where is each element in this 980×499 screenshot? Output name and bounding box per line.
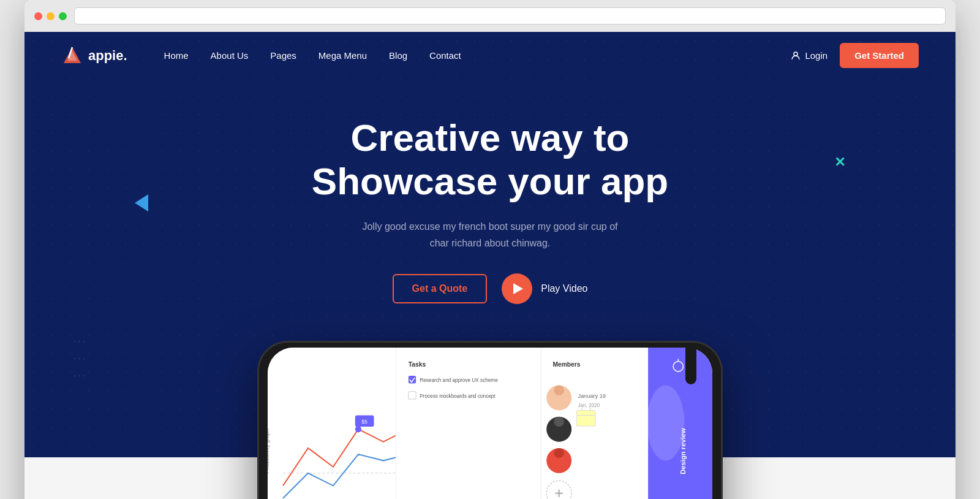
phone-vol-up-button — [257, 407, 259, 432]
login-button[interactable]: Login — [791, 50, 827, 61]
browser-dots — [34, 12, 67, 20]
svg-point-24 — [554, 417, 564, 427]
logo-text: appie. — [88, 48, 127, 64]
phone-section: Productivity graph $5 — [24, 329, 956, 499]
dot-green[interactable] — [59, 12, 67, 20]
app-screen-svg: Productivity graph $5 — [268, 348, 712, 499]
svg-text:Research and approve UX scheme: Research and approve UX scheme — [420, 378, 498, 383]
nav-contact[interactable]: Contact — [429, 50, 461, 61]
browser-window: appie. Home About Us Pages Mega Menu Blo… — [24, 0, 956, 499]
play-video-label: Play Video — [541, 283, 587, 294]
nav-blog[interactable]: Blog — [389, 50, 407, 61]
hero-title: Creative way to Showcase your app — [276, 116, 704, 204]
svg-text:$5: $5 — [362, 419, 368, 425]
get-started-button[interactable]: Get Started — [840, 43, 919, 68]
nav-mega[interactable]: Mega Menu — [318, 50, 367, 61]
svg-text:Productivity graph: Productivity graph — [268, 429, 270, 474]
navbar: appie. Home About Us Pages Mega Menu Blo… — [24, 32, 956, 79]
nav-links: Home About Us Pages Mega Menu Blog Conta… — [164, 50, 791, 61]
svg-text:Members: Members — [552, 361, 580, 368]
nav-about[interactable]: About Us — [211, 50, 249, 61]
phone-wrapper: Productivity graph $5 — [251, 341, 729, 499]
get-quote-button[interactable]: Get a Quote — [393, 274, 488, 303]
svg-rect-32 — [576, 410, 595, 426]
phone-mute-button — [257, 383, 259, 401]
hero-title-line2: Showcase your app — [312, 160, 668, 202]
svg-text:Tasks: Tasks — [409, 361, 426, 368]
svg-text:Jan, 2020: Jan, 2020 — [578, 403, 600, 408]
phone-notch — [685, 348, 696, 384]
browser-chrome — [24, 0, 956, 32]
phone-power-button — [721, 392, 723, 422]
svg-text:January 19: January 19 — [578, 393, 606, 399]
address-bar[interactable] — [74, 7, 946, 25]
logo[interactable]: appie. — [61, 45, 127, 67]
dot-red[interactable] — [34, 12, 42, 20]
play-video-button[interactable]: Play Video — [502, 273, 587, 304]
svg-rect-13 — [409, 376, 416, 383]
nav-right: Login Get Started — [791, 43, 919, 68]
svg-point-7 — [355, 426, 361, 432]
phone-outer: Productivity graph $5 — [257, 341, 723, 499]
login-label: Login — [805, 50, 827, 61]
page-content: appie. Home About Us Pages Mega Menu Blo… — [24, 32, 956, 499]
svg-point-22 — [554, 385, 564, 395]
svg-point-26 — [554, 448, 564, 458]
play-triangle-icon — [513, 283, 523, 294]
user-icon — [791, 51, 801, 61]
svg-point-3 — [794, 52, 797, 56]
phone-screen: Productivity graph $5 — [268, 348, 712, 499]
svg-text:Process mockboards and concept: Process mockboards and concept — [420, 394, 496, 399]
hero-title-line1: Creative way to — [351, 116, 630, 159]
svg-rect-4 — [268, 348, 396, 499]
nav-home[interactable]: Home — [164, 50, 189, 61]
dot-yellow[interactable] — [47, 12, 55, 20]
svg-point-44 — [647, 385, 684, 460]
svg-rect-11 — [396, 348, 541, 499]
phone-vol-down-button — [257, 438, 259, 462]
hero-subtitle: Jolly good excuse my french boot super m… — [361, 218, 619, 251]
play-circle-icon — [502, 273, 532, 304]
hero-section: Creative way to Showcase your app Jolly … — [24, 79, 956, 329]
nav-pages[interactable]: Pages — [270, 50, 296, 61]
hero-actions: Get a Quote Play Video — [37, 273, 943, 304]
logo-icon — [61, 45, 83, 67]
